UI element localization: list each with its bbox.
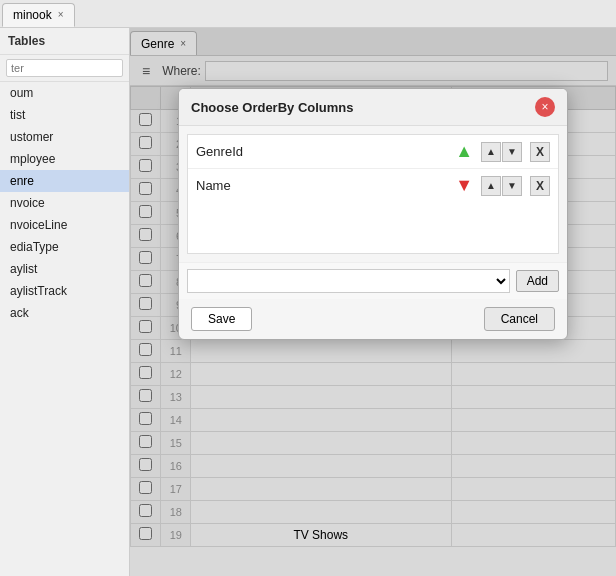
sidebar: Tables oum tist ustomer mployee enre — [0, 28, 130, 576]
sidebar-item-enre[interactable]: enre — [0, 170, 129, 192]
sidebar-item-aylist[interactable]: aylist — [0, 258, 129, 280]
column-select[interactable] — [187, 269, 510, 293]
app-tab-close-icon[interactable]: × — [58, 10, 64, 20]
modal-close-button[interactable]: × — [535, 97, 555, 117]
modal-row-label-genreid: GenreId — [196, 144, 447, 159]
sort-desc-button-name[interactable]: ▼ — [502, 176, 522, 196]
modal-overlay: Choose OrderBy Columns × GenreId ▲ ▲ — [130, 28, 616, 576]
sidebar-item-aylisttrack[interactable]: aylistTrack — [0, 280, 129, 302]
modal-footer: Save Cancel — [179, 299, 567, 339]
remove-button-genreid[interactable]: X — [530, 142, 550, 162]
sidebar-item-ack[interactable]: ack — [0, 302, 129, 324]
sidebar-item-nvoice[interactable]: nvoice — [0, 192, 129, 214]
app-tab-bar: minook × — [0, 0, 616, 28]
modal-row-genreid: GenreId ▲ ▲ ▼ X — [188, 135, 558, 169]
sort-desc-button-genreid[interactable]: ▼ — [502, 142, 522, 162]
content-area: Genre × ≡ Where: 🔑 genreid — [130, 28, 616, 576]
cancel-button[interactable]: Cancel — [484, 307, 555, 331]
app-tab-minook[interactable]: minook × — [2, 3, 75, 27]
arrow-up-icon-genreid: ▲ — [455, 141, 473, 162]
arrow-down-icon-name: ▼ — [455, 175, 473, 196]
modal-row-label-name: Name — [196, 178, 447, 193]
modal-row-name: Name ▼ ▲ ▼ X — [188, 169, 558, 202]
sidebar-item-tist[interactable]: tist — [0, 104, 129, 126]
sort-buttons-name: ▲ ▼ — [481, 176, 522, 196]
app-tab-label: minook — [13, 8, 52, 22]
sidebar-item-nvoiceline[interactable]: nvoiceLine — [0, 214, 129, 236]
sidebar-search-area — [0, 55, 129, 82]
sidebar-item-ediatype[interactable]: ediaType — [0, 236, 129, 258]
add-column-button[interactable]: Add — [516, 270, 559, 292]
modal-title: Choose OrderBy Columns — [191, 100, 354, 115]
sidebar-header: Tables — [0, 28, 129, 55]
sort-asc-button-name[interactable]: ▲ — [481, 176, 501, 196]
sidebar-item-mployee[interactable]: mployee — [0, 148, 129, 170]
sidebar-list: oum tist ustomer mployee enre nvoice — [0, 82, 129, 576]
sort-buttons-genreid: ▲ ▼ — [481, 142, 522, 162]
sidebar-item-oum[interactable]: oum — [0, 82, 129, 104]
app-window: minook × Tables oum tist ustomer — [0, 0, 616, 576]
main-area: Tables oum tist ustomer mployee enre — [0, 28, 616, 576]
sidebar-search-input[interactable] — [6, 59, 123, 77]
modal-column-list: GenreId ▲ ▲ ▼ X Name ▼ — [187, 134, 559, 254]
modal-add-row: Add — [179, 262, 567, 299]
modal-close-icon: × — [541, 101, 548, 113]
modal-header: Choose OrderBy Columns × — [179, 89, 567, 126]
orderby-modal: Choose OrderBy Columns × GenreId ▲ ▲ — [178, 88, 568, 340]
sidebar-item-ustomer[interactable]: ustomer — [0, 126, 129, 148]
save-button[interactable]: Save — [191, 307, 252, 331]
remove-button-name[interactable]: X — [530, 176, 550, 196]
sort-asc-button-genreid[interactable]: ▲ — [481, 142, 501, 162]
